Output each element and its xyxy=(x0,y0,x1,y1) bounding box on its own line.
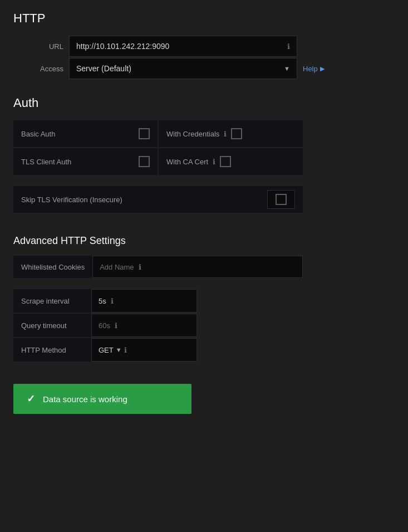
cookies-info-icon[interactable]: ℹ xyxy=(139,263,141,271)
with-credentials-checkbox[interactable] xyxy=(231,128,242,139)
with-credentials-info-icon[interactable]: ℹ xyxy=(224,130,227,138)
query-timeout-input[interactable]: 60s ℹ xyxy=(91,314,197,337)
url-info-icon[interactable]: ℹ xyxy=(287,42,290,51)
advanced-title: Advanced HTTP Settings xyxy=(13,235,395,247)
with-credentials-cell: With Credentials ℹ xyxy=(159,120,303,147)
access-select[interactable]: Server (Default) ▼ xyxy=(69,58,297,79)
http-method-select[interactable]: GET ▼ ℹ xyxy=(91,338,197,362)
http-title: HTTP xyxy=(13,11,395,26)
check-icon: ✓ xyxy=(27,393,35,405)
access-label: Access xyxy=(13,65,69,73)
basic-auth-checkbox[interactable] xyxy=(139,128,150,139)
with-ca-cert-label: With CA Cert xyxy=(166,158,208,166)
skip-tls-row: Skip TLS Verification (Insecure) xyxy=(13,186,303,213)
url-input[interactable]: http://10.101.242.212:9090 ℹ xyxy=(69,36,297,57)
success-banner: ✓ Data source is working xyxy=(13,384,191,414)
skip-tls-checkbox[interactable] xyxy=(276,194,287,205)
whitelisted-cookies-label: Whitelisted Cookies xyxy=(13,256,92,278)
access-row: Access Server (Default) ▼ Help ▶ xyxy=(13,58,395,79)
access-dropdown-icon: ▼ xyxy=(284,65,290,72)
scrape-interval-input[interactable]: 5s ℹ xyxy=(91,289,197,313)
scrape-interval-row: Scrape interval 5s ℹ xyxy=(13,289,197,313)
auth-title: Auth xyxy=(13,96,395,110)
skip-tls-checkbox-wrap[interactable] xyxy=(267,190,295,209)
help-chevron-icon: ▶ xyxy=(320,65,325,72)
http-method-label: HTTP Method xyxy=(13,338,91,362)
query-timeout-info-icon[interactable]: ℹ xyxy=(115,321,117,330)
auth-grid: Basic Auth With Credentials ℹ TLS Client… xyxy=(13,120,303,175)
tls-client-auth-cell: TLS Client Auth xyxy=(13,148,158,175)
settings-grid: Scrape interval 5s ℹ Query timeout 60s ℹ… xyxy=(13,289,197,362)
add-name-input[interactable]: Add Name ℹ xyxy=(92,256,303,278)
url-label: URL xyxy=(13,42,69,51)
http-method-value: GET xyxy=(99,346,114,354)
help-button[interactable]: Help ▶ xyxy=(303,65,325,73)
tls-client-auth-label: TLS Client Auth xyxy=(21,158,133,166)
scrape-interval-info-icon[interactable]: ℹ xyxy=(111,297,114,305)
skip-tls-label: Skip TLS Verification (Insecure) xyxy=(21,196,122,204)
with-ca-cert-checkbox[interactable] xyxy=(220,156,231,167)
url-row: URL http://10.101.242.212:9090 ℹ xyxy=(13,36,395,57)
basic-auth-label: Basic Auth xyxy=(21,130,133,138)
add-name-placeholder: Add Name xyxy=(100,263,134,271)
scrape-interval-label: Scrape interval xyxy=(13,289,91,313)
success-message: Data source is working xyxy=(43,394,127,404)
http-method-dropdown-icon: ▼ xyxy=(116,346,122,353)
http-section: HTTP URL http://10.101.242.212:9090 ℹ Ac… xyxy=(13,11,395,79)
tls-client-auth-checkbox[interactable] xyxy=(139,156,150,167)
query-timeout-value: 60s xyxy=(99,321,110,330)
with-ca-cert-info-icon[interactable]: ℹ xyxy=(213,158,215,166)
query-timeout-row: Query timeout 60s ℹ xyxy=(13,314,197,337)
scrape-interval-value: 5s xyxy=(99,297,106,305)
access-value: Server (Default) xyxy=(76,64,131,73)
advanced-section: Advanced HTTP Settings Whitelisted Cooki… xyxy=(13,235,395,362)
url-value: http://10.101.242.212:9090 xyxy=(76,42,169,51)
query-timeout-label: Query timeout xyxy=(13,314,91,337)
http-method-row: HTTP Method GET ▼ ℹ xyxy=(13,338,197,362)
cookies-row: Whitelisted Cookies Add Name ℹ xyxy=(13,256,303,278)
http-method-info-icon[interactable]: ℹ xyxy=(124,346,127,354)
with-ca-cert-cell: With CA Cert ℹ xyxy=(159,148,303,175)
basic-auth-cell: Basic Auth xyxy=(13,120,158,147)
with-credentials-label: With Credentials xyxy=(166,130,219,138)
auth-section: Auth Basic Auth With Credentials ℹ TLS C… xyxy=(13,96,395,213)
